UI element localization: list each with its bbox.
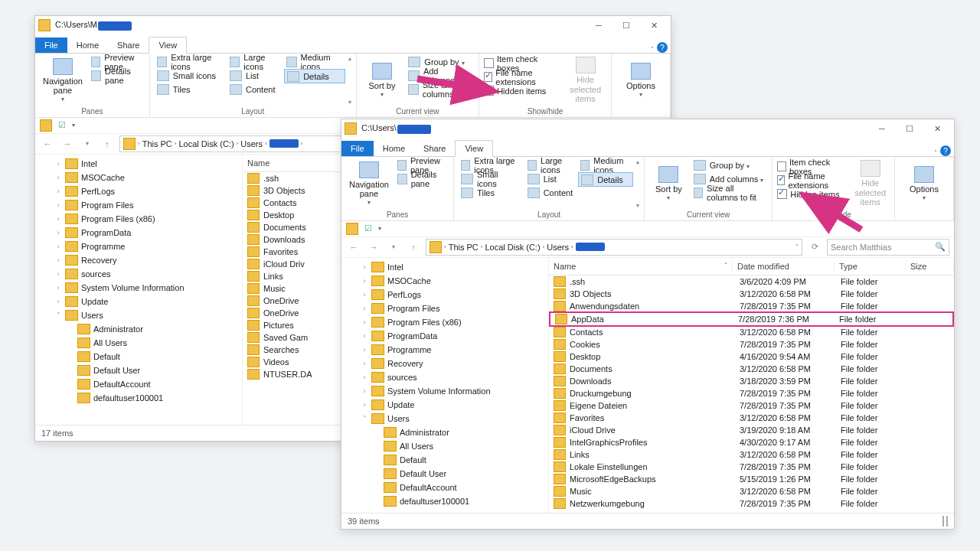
maximize-button[interactable]: ☐	[612, 16, 640, 34]
close-button[interactable]: ✕	[923, 119, 951, 138]
list-button[interactable]: List	[227, 69, 281, 82]
tree-item[interactable]: ›sources	[341, 370, 548, 384]
tiles-button[interactable]: Tiles	[459, 186, 522, 199]
forward-button[interactable]: →	[60, 136, 75, 152]
tree-item[interactable]: DefaultAccount	[35, 377, 242, 391]
tree-item[interactable]: ˅Users	[341, 412, 548, 425]
tree-item[interactable]: ›MSOCache	[35, 171, 242, 184]
tab-share[interactable]: Share	[414, 141, 455, 156]
extra-large-icons-button[interactable]: Extra large icons	[155, 55, 224, 68]
properties-icon[interactable]: ☑	[58, 120, 66, 130]
navigation-pane-button[interactable]: Navigation pane▾	[40, 55, 86, 106]
list-item[interactable]: Contacts3/12/2020 6:58 PMFile folder	[549, 326, 954, 338]
list-button[interactable]: List	[525, 172, 576, 185]
help-icon[interactable]: ?	[940, 145, 951, 156]
list-item[interactable]: Documents3/12/2020 6:58 PMFile folder	[549, 363, 954, 375]
tree-item[interactable]: ›Recovery	[35, 253, 242, 267]
list-item[interactable]: Druckumgebung7/28/2019 7:35 PMFile folde…	[549, 387, 954, 399]
details-button[interactable]: Details	[578, 172, 633, 187]
tree-item[interactable]: ›PerfLogs	[341, 288, 548, 302]
size-all-columns-button[interactable]: Size all columns	[406, 83, 474, 96]
details-view-icon[interactable]	[942, 516, 944, 527]
list-item[interactable]: Links3/12/2020 6:58 PMFile folder	[549, 448, 954, 461]
minimize-button[interactable]: ─	[868, 119, 896, 138]
details-pane-button[interactable]: Details pane	[89, 69, 145, 82]
history-dropdown[interactable]: ▾	[80, 136, 95, 152]
tree-item[interactable]: ›PerfLogs	[35, 184, 242, 198]
folder-tree[interactable]: ›Intel›MSOCache›PerfLogs›Program Files›P…	[35, 155, 243, 425]
list-item[interactable]: Anwendungsdaten7/28/2019 7:35 PMFile fol…	[549, 300, 954, 312]
tree-item[interactable]: ›sources	[35, 267, 242, 281]
tab-home[interactable]: Home	[67, 37, 108, 53]
tree-item[interactable]: ›Program Files	[35, 198, 242, 212]
collapse-ribbon-icon[interactable]: ˄	[934, 149, 937, 156]
list-item[interactable]: Desktop4/16/2020 9:54 AMFile folder	[549, 350, 954, 363]
list-item[interactable]: 3D Objects3/12/2020 6:58 PMFile folder	[549, 288, 954, 300]
tab-file[interactable]: File	[341, 141, 374, 156]
qat-dropdown-icon[interactable]: ▾	[72, 122, 75, 129]
list-item[interactable]: Favorites3/12/2020 6:58 PMFile folder	[549, 412, 954, 424]
tree-item[interactable]: ›ProgramData	[341, 329, 548, 343]
tree-item[interactable]: All Users	[341, 439, 548, 453]
maximize-button[interactable]: ☐	[896, 119, 923, 138]
tree-item[interactable]: ›Intel	[35, 157, 242, 171]
column-type[interactable]: Type	[835, 262, 906, 271]
tab-home[interactable]: Home	[374, 141, 414, 156]
tree-item[interactable]: ›System Volume Information	[341, 384, 548, 398]
hide-selected-button[interactable]: Hide selected items	[564, 55, 606, 106]
hidden-items-toggle[interactable]: Hidden items	[484, 84, 561, 97]
refresh-button[interactable]: ⟳	[807, 240, 822, 255]
hide-selected-button[interactable]: Hide selected items	[851, 158, 890, 209]
small-icons-button[interactable]: Small icons	[155, 69, 224, 82]
tree-item[interactable]: ›Program Files	[341, 302, 548, 315]
options-button[interactable]: Options▾	[900, 158, 949, 209]
list-item[interactable]: Cookies7/28/2019 7:35 PMFile folder	[549, 338, 954, 350]
list-item[interactable]: MicrosoftEdgeBackups5/15/2019 1:26 PMFil…	[549, 473, 954, 485]
list-item[interactable]: .ssh3/6/2020 4:09 PMFile folder	[549, 276, 954, 288]
tree-item[interactable]: ˅Users	[35, 308, 242, 322]
small-icons-button[interactable]: Small icons	[459, 172, 522, 185]
tree-item[interactable]: ›Intel	[341, 260, 548, 274]
titlebar[interactable]: C:\Users\ ─ ☐ ✕	[341, 119, 954, 138]
list-item[interactable]: Music3/12/2020 6:58 PMFile folder	[549, 485, 954, 497]
content-button[interactable]: Content	[525, 186, 576, 199]
tree-item[interactable]: ›ProgramData	[35, 226, 242, 240]
navigation-pane-button[interactable]: Navigation pane▾	[346, 158, 392, 209]
redacted-user[interactable]	[576, 243, 605, 251]
tab-view[interactable]: View	[455, 140, 493, 157]
tree-item[interactable]: ›Program Files (x86)	[341, 315, 548, 329]
folder-tree[interactable]: ›Intel›MSOCache›PerfLogs›Program Files›P…	[341, 258, 549, 513]
content-button[interactable]: Content	[227, 83, 281, 96]
tab-view[interactable]: View	[149, 37, 187, 54]
tree-item[interactable]: ›Recovery	[341, 357, 548, 370]
file-extensions-toggle[interactable]: File name extensions	[777, 174, 848, 187]
sort-by-button[interactable]: Sort by▾	[361, 55, 403, 106]
list-item[interactable]: Lokale Einstellungen7/28/2019 7:35 PMFil…	[549, 461, 954, 473]
hidden-items-toggle[interactable]: Hidden items	[777, 187, 848, 201]
list-item[interactable]: AppData7/28/2019 7:36 PMFile folder	[549, 311, 954, 327]
redacted-user[interactable]	[270, 139, 299, 148]
file-extensions-toggle[interactable]: File name extensions	[484, 70, 561, 83]
tree-item[interactable]: defaultuser100001	[341, 494, 548, 508]
column-headers[interactable]: Name ˄ Date modified Type Size	[549, 258, 954, 276]
help-icon[interactable]: ?	[657, 42, 668, 53]
medium-icons-button[interactable]: Medium icons	[284, 55, 345, 68]
list-item[interactable]: IntelGraphicsProfiles4/30/2020 9:17 AMFi…	[549, 436, 954, 448]
tree-item[interactable]: ›Programme	[35, 240, 242, 253]
list-item[interactable]: iCloud Drive3/19/2020 9:18 AMFile folder	[549, 424, 954, 436]
tree-item[interactable]: ›Programme	[341, 343, 548, 357]
back-button[interactable]: ←	[40, 136, 55, 152]
options-button[interactable]: Options▾	[616, 55, 665, 106]
details-pane-button[interactable]: Details pane	[395, 172, 449, 185]
tree-item[interactable]: Default User	[341, 467, 548, 481]
list-item[interactable]: Eigene Dateien7/28/2019 7:35 PMFile fold…	[549, 399, 954, 412]
qat-dropdown-icon[interactable]: ▾	[378, 225, 381, 232]
thumbnails-view-icon[interactable]	[946, 516, 948, 527]
tab-share[interactable]: Share	[108, 37, 149, 53]
tree-item[interactable]: DefaultAccount	[341, 481, 548, 494]
large-icons-button[interactable]: Large icons	[227, 55, 281, 68]
tree-item[interactable]: ›Update	[35, 295, 242, 308]
tree-item[interactable]: Default User	[35, 364, 242, 377]
tree-item[interactable]: ›System Volume Information	[35, 281, 242, 295]
tree-item[interactable]: Default	[341, 453, 548, 467]
